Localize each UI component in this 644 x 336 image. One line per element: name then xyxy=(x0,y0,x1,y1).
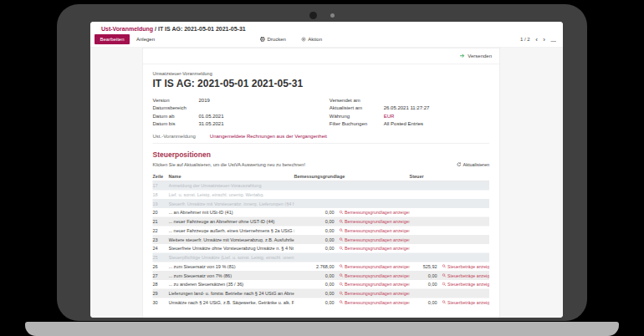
magnifier-icon xyxy=(340,300,344,304)
table-header: Zeile Name Bemessungsgrundlage Steuer xyxy=(153,172,490,181)
section-title: Steuerpositionen xyxy=(153,151,490,160)
field-versendet-am: Versendet am xyxy=(330,96,489,104)
row-steuer-amount: 0,00 xyxy=(410,272,441,277)
bmg-link[interactable]: Bemessungsgrundlagen anzeigen xyxy=(338,300,410,305)
bmg-link[interactable]: Bemessungsgrundlagen anzeigen xyxy=(338,237,410,242)
row-zeile: 22 xyxy=(153,228,169,233)
breadcrumb-record: IT IS AG: 2021-05-01 2021-05-31 xyxy=(158,26,246,33)
steuer-link[interactable]: Steuerbeträge anzeigen xyxy=(441,272,490,277)
row-name: Steuerfreie Umsätze ohne Vorsteuerabzug … xyxy=(169,246,294,251)
hint-row: Klicken Sie auf Aktualisieren, um die Us… xyxy=(153,162,490,167)
row-zeile: 19 xyxy=(153,201,169,206)
bmg-link[interactable]: Bemessungsgrundlagen anzeigen xyxy=(338,272,410,277)
pager-next-icon[interactable]: › xyxy=(543,36,545,43)
bmg-link[interactable]: Bemessungsgrundlagen anzeigen xyxy=(338,210,410,215)
row-name: ... an Abnehmer mit USt-ID (41) xyxy=(169,210,294,215)
row-zeile: 23 xyxy=(153,237,169,242)
tab-unangemeldete-rechnungen[interactable]: Unangemeldete Rechnungen aus der Vergang… xyxy=(210,134,327,140)
row-zeile: 24 xyxy=(153,246,169,251)
bmg-link[interactable]: Bemessungsgrundlagen anzeigen xyxy=(338,264,410,269)
magnifier-icon xyxy=(340,211,344,215)
bmg-link[interactable]: Bemessungsgrundlagen anzeigen xyxy=(338,291,410,296)
row-bmg-amount: 0,00 xyxy=(294,282,338,287)
magnifier-icon xyxy=(340,228,344,232)
pager-count: 1 / 2 xyxy=(520,37,530,43)
create-button[interactable]: Anlegen xyxy=(136,37,155,43)
row-bmg-amount: 0,00 xyxy=(294,300,338,305)
row-zeile: 29 xyxy=(153,291,169,296)
header-bemessungsgrundlage: Bemessungsgrundlage xyxy=(294,174,410,179)
send-arrow-icon xyxy=(459,53,465,59)
pager-prev-icon[interactable]: ‹ xyxy=(535,36,538,43)
row-name: Lieferungen land- u. forstw. Betriebe na… xyxy=(169,291,294,296)
tax-table-body: 17 Anmeldung der Umsatzsteuer-Vorauszahl… xyxy=(153,181,490,308)
field-datumsbereich: Datumsbereich xyxy=(153,104,313,112)
bmg-link[interactable]: Bemessungsgrundlagen anzeigen xyxy=(338,282,410,287)
row-name: Lief. u. sonst. Leistg. einschl. unentg.… xyxy=(169,192,294,197)
steuer-link[interactable]: Steuerbeträge anzeigen xyxy=(441,300,490,305)
row-zeile: 21 xyxy=(153,219,169,224)
row-zeile: 20 xyxy=(153,210,169,215)
edit-button[interactable]: Bearbeiten xyxy=(95,34,130,44)
row-bmg-amount: 0,00 xyxy=(294,228,338,233)
magnifier-icon xyxy=(340,219,344,223)
printer-icon xyxy=(260,37,265,42)
field-version: Version2019 xyxy=(153,96,313,104)
magnifier-icon xyxy=(340,273,344,277)
steuer-link[interactable]: Steuerbeträge anzeigen xyxy=(441,282,490,287)
tab-ustva[interactable]: Ust.-Voranmeldung xyxy=(153,134,196,140)
center-actions: Drucken Aktion xyxy=(260,33,322,47)
notebook-tabs: Ust.-Voranmeldung Unangemeldete Rechnung… xyxy=(153,134,490,144)
magnifier-icon xyxy=(340,247,344,251)
menu-icon[interactable] xyxy=(551,38,557,42)
row-steuer-amount: 0,00 xyxy=(410,282,441,287)
row-name: ... zu anderen Steuersätzen (35 / 36) xyxy=(169,282,294,287)
row-name: ... neuer Fahrzeuge außerh. eines Untern… xyxy=(169,228,294,233)
button-row: Bearbeiten Anlegen Drucken Aktion xyxy=(90,33,563,47)
pager: 1 / 2 ‹ › xyxy=(520,33,556,47)
table-row: 23 Weitere steuerfr. Umsätze mit Vorsteu… xyxy=(153,235,490,244)
currency-link[interactable]: EUR xyxy=(384,113,395,119)
control-panel: Ust-Voranmeldung / IT IS AG: 2021-05-01 … xyxy=(90,22,563,48)
tax-positions-table: Zeile Name Bemessungsgrundlage Steuer 17… xyxy=(153,172,490,308)
table-row: 30 Umsätze nach § 24 UStG, z.B. Sägewerk… xyxy=(153,298,490,307)
row-name: ... zum Steuersatz von 7% (86) xyxy=(169,272,294,277)
table-row: 28 ... zu anderen Steuersätzen (35 / 36)… xyxy=(153,280,490,289)
send-button[interactable]: Versenden xyxy=(468,53,492,59)
row-bmg-amount: 0,00 xyxy=(294,237,338,242)
row-bmg-amount: 0,00 xyxy=(294,291,338,296)
magnifier-icon xyxy=(442,264,447,268)
magnifier-icon xyxy=(442,273,447,277)
table-row: 29 Lieferungen land- u. forstw. Betriebe… xyxy=(153,289,490,298)
camera-led xyxy=(330,13,335,18)
laptop-frame: Ust-Voranmeldung / IT IS AG: 2021-05-01 … xyxy=(57,4,587,321)
table-row: 22 ... neuer Fahrzeuge außerh. eines Unt… xyxy=(153,226,490,235)
bmg-link[interactable]: Bemessungsgrundlagen anzeigen xyxy=(338,228,410,233)
row-name: ... neuer Fahrzeuge an Abnehmer ohne UST… xyxy=(169,219,294,224)
table-row: 19 Steuerfr. Umsätze mit Vorsteuerabz. i… xyxy=(153,199,490,208)
row-name: Steuerpflichtige Umsätze (Lief. u. sonst… xyxy=(169,255,294,260)
content-area: Versenden Umsatzsteuer-Voranmeldung IT I… xyxy=(90,48,563,318)
breadcrumb: Ust-Voranmeldung / IT IS AG: 2021-05-01 … xyxy=(90,22,563,33)
row-zeile: 30 xyxy=(153,300,169,305)
row-bmg-amount: 0,00 xyxy=(294,246,338,251)
action-menu-button[interactable]: Aktion xyxy=(301,37,322,43)
row-name: Anmeldung der Umsatzsteuer-Vorauszahlung xyxy=(169,183,294,188)
bmg-link[interactable]: Bemessungsgrundlagen anzeigen xyxy=(338,219,410,224)
bmg-link[interactable]: Bemessungsgrundlagen anzeigen xyxy=(338,246,410,251)
breadcrumb-section[interactable]: Ust-Voranmeldung xyxy=(101,26,153,33)
refresh-button[interactable]: Aktualisieren xyxy=(457,162,489,167)
document-card: Versenden Umsatzsteuer-Voranmeldung IT I… xyxy=(142,48,500,318)
row-zeile: 18 xyxy=(153,192,169,197)
magnifier-icon xyxy=(442,300,447,304)
field-column-right: Versendet am Aktualisiert am26.05.2021 1… xyxy=(330,96,489,128)
print-button[interactable]: Drucken xyxy=(260,37,286,43)
laptop-base xyxy=(25,322,619,336)
field-waehrung: WährungEUR xyxy=(330,112,489,120)
magnifier-icon xyxy=(340,291,344,295)
page-title: IT IS AG: 2021-05-01 2021-05-31 xyxy=(153,78,490,89)
steuer-link[interactable]: Steuerbeträge anzeigen xyxy=(441,264,490,269)
header-zeile: Zeile xyxy=(153,174,169,179)
refresh-hint: Klicken Sie auf Aktualisieren, um die Us… xyxy=(153,162,305,167)
header-name: Name xyxy=(169,174,294,179)
